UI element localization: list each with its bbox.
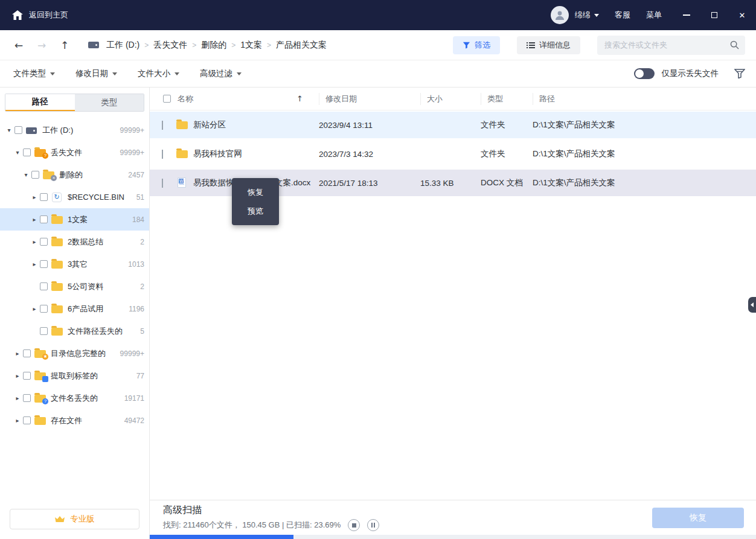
maximize-button[interactable] bbox=[700, 0, 728, 30]
filter-settings-icon[interactable] bbox=[734, 69, 745, 78]
tab-type[interactable]: 类型 bbox=[75, 94, 144, 111]
titlebar-right: 绵绵 客服 菜单 ✕ bbox=[551, 0, 756, 30]
table-row[interactable]: 易我科技官网2023/7/3 14:32文件夹D:\1文案\产品相关文案 bbox=[150, 141, 756, 167]
tree-item[interactable]: ▸↻$RECYCLE.BIN51 bbox=[0, 186, 149, 208]
filter-dropdown-3[interactable]: 高级过滤 bbox=[200, 68, 242, 79]
back-arrow-button[interactable]: ← bbox=[11, 37, 27, 53]
checkbox[interactable] bbox=[40, 282, 48, 290]
folder-glyph bbox=[51, 328, 63, 336]
checkbox[interactable] bbox=[40, 260, 48, 268]
checkbox[interactable] bbox=[40, 305, 48, 313]
checkbox[interactable] bbox=[40, 238, 48, 246]
details-button[interactable]: 详细信息 bbox=[517, 36, 580, 54]
close-button[interactable]: ✕ bbox=[728, 0, 756, 30]
folder-deleted-icon: × bbox=[43, 170, 55, 180]
tree-item[interactable]: ▸1文案184 bbox=[0, 208, 149, 231]
stop-scan-button[interactable] bbox=[348, 519, 360, 531]
table-row[interactable]: 新站分区2023/9/4 13:11文件夹D:\1文案\产品相关文案 bbox=[150, 112, 756, 138]
checkbox[interactable] bbox=[23, 416, 31, 424]
chevron-expanded-icon[interactable]: ▾ bbox=[22, 171, 30, 178]
tree-item[interactable]: ▸★目录信息完整的99999+ bbox=[0, 342, 149, 365]
tree-item[interactable]: ▾?丢失文件99999+ bbox=[0, 141, 149, 164]
tab-path[interactable]: 路径 bbox=[5, 94, 75, 111]
tree-item-count: 1196 bbox=[125, 305, 144, 313]
column-header-size[interactable]: 大小 bbox=[420, 93, 481, 105]
chevron-collapsed-icon[interactable]: ▸ bbox=[13, 372, 22, 379]
back-to-home-button[interactable]: 返回到主页 bbox=[12, 10, 68, 21]
chevron-collapsed-icon[interactable]: ▸ bbox=[30, 238, 39, 245]
breadcrumb-item[interactable]: 删除的 bbox=[201, 40, 226, 51]
recover-button[interactable]: 恢复 bbox=[652, 508, 744, 528]
tree-item[interactable]: ▾工作 (D:)99999+ bbox=[0, 119, 149, 141]
breadcrumb-item[interactable]: 丢失文件 bbox=[153, 40, 187, 51]
select-all-checkbox[interactable] bbox=[163, 95, 171, 103]
scan-stats: 找到: 211460个文件， 150.45 GB | 已扫描: 23.69% bbox=[163, 519, 379, 531]
column-header-path[interactable]: 路径 bbox=[533, 93, 756, 105]
checkbox[interactable] bbox=[162, 150, 163, 159]
folder-icon bbox=[51, 304, 63, 314]
forward-arrow-button[interactable]: → bbox=[34, 37, 50, 53]
breadcrumb-item[interactable]: 产品相关文案 bbox=[276, 40, 327, 51]
chevron-collapsed-icon[interactable]: ▸ bbox=[30, 261, 39, 267]
checkbox[interactable] bbox=[23, 148, 31, 156]
pro-version-button[interactable]: 专业版 bbox=[10, 509, 139, 529]
tree-item[interactable]: ▸?文件名丢失的19171 bbox=[0, 387, 149, 409]
folder-icon bbox=[34, 416, 46, 426]
chevron-collapsed-icon[interactable]: ▸ bbox=[30, 305, 39, 312]
column-header-type[interactable]: 类型 bbox=[481, 93, 533, 105]
file-name: 新站分区 bbox=[193, 120, 226, 130]
search-icon[interactable] bbox=[730, 40, 739, 49]
filter-button-label: 筛选 bbox=[475, 40, 490, 51]
checkbox[interactable] bbox=[40, 215, 48, 223]
tree-item[interactable]: ▸3其它1013 bbox=[0, 253, 149, 275]
sort-ascending-icon[interactable]: ↑ bbox=[296, 94, 303, 103]
user-name[interactable]: 绵绵 bbox=[575, 10, 591, 21]
chevron-expanded-icon[interactable]: ▾ bbox=[5, 127, 13, 133]
filter-dropdown-1[interactable]: 修改日期 bbox=[75, 68, 117, 79]
filter-dropdown-2[interactable]: 文件大小 bbox=[138, 68, 179, 79]
navbar: ← → ↑ 工作 (D:)>丢失文件>删除的>1文案>产品相关文案 筛选 详细信… bbox=[0, 30, 756, 60]
tree-item[interactable]: ▸提取到标签的77 bbox=[0, 365, 149, 387]
chevron-collapsed-icon[interactable]: ▸ bbox=[30, 216, 39, 223]
checkbox[interactable] bbox=[40, 193, 48, 201]
column-header-name[interactable]: 名称 ↑ bbox=[176, 93, 319, 105]
tree-item[interactable]: ▸存在文件49472 bbox=[0, 409, 149, 432]
tree-item[interactable]: 文件路径丢失的5 bbox=[0, 320, 149, 342]
tree-item[interactable]: ▾×删除的2457 bbox=[0, 164, 149, 186]
filter-dropdown-0[interactable]: 文件类型 bbox=[13, 68, 55, 79]
breadcrumb-item[interactable]: 工作 (D:) bbox=[106, 40, 139, 51]
menu-button[interactable]: 菜单 bbox=[646, 10, 662, 21]
checkbox[interactable] bbox=[31, 171, 39, 179]
user-avatar[interactable] bbox=[551, 6, 569, 24]
checkbox[interactable] bbox=[23, 394, 31, 402]
filter-button[interactable]: 筛选 bbox=[453, 36, 500, 54]
chevron-expanded-icon[interactable]: ▾ bbox=[13, 149, 22, 156]
tree-item[interactable]: ▸6产品试用1196 bbox=[0, 298, 149, 320]
tree-item[interactable]: ▸2数据总结2 bbox=[0, 231, 149, 253]
minimize-button[interactable] bbox=[673, 0, 700, 30]
support-button[interactable]: 客服 bbox=[615, 10, 630, 21]
search-input[interactable] bbox=[604, 40, 730, 49]
column-header-date[interactable]: 修改日期 bbox=[319, 93, 420, 105]
pause-scan-button[interactable] bbox=[367, 519, 379, 531]
chevron-collapsed-icon[interactable]: ▸ bbox=[13, 395, 22, 401]
chevron-down-icon[interactable] bbox=[594, 14, 599, 17]
context-menu-item[interactable]: 恢复 bbox=[232, 183, 279, 202]
chevron-collapsed-icon[interactable]: ▸ bbox=[13, 350, 22, 357]
context-menu-item[interactable]: 预览 bbox=[232, 202, 279, 220]
breadcrumb-item[interactable]: 1文案 bbox=[240, 40, 262, 51]
up-arrow-button[interactable]: ↑ bbox=[57, 37, 72, 53]
checkbox[interactable] bbox=[23, 349, 31, 357]
lost-files-toggle[interactable] bbox=[634, 68, 655, 79]
chevron-collapsed-icon[interactable]: ▸ bbox=[30, 194, 39, 200]
checkbox[interactable] bbox=[14, 126, 22, 134]
checkbox[interactable] bbox=[162, 179, 163, 188]
chevron-collapsed-icon[interactable]: ▸ bbox=[13, 417, 22, 424]
folder-glyph bbox=[176, 150, 188, 158]
document-icon bbox=[176, 178, 188, 188]
checkbox[interactable] bbox=[162, 121, 163, 130]
checkbox[interactable] bbox=[40, 327, 48, 335]
tree-item[interactable]: 5公司资料2 bbox=[0, 275, 149, 298]
collapse-panel-handle[interactable] bbox=[748, 297, 756, 313]
checkbox[interactable] bbox=[23, 372, 31, 380]
